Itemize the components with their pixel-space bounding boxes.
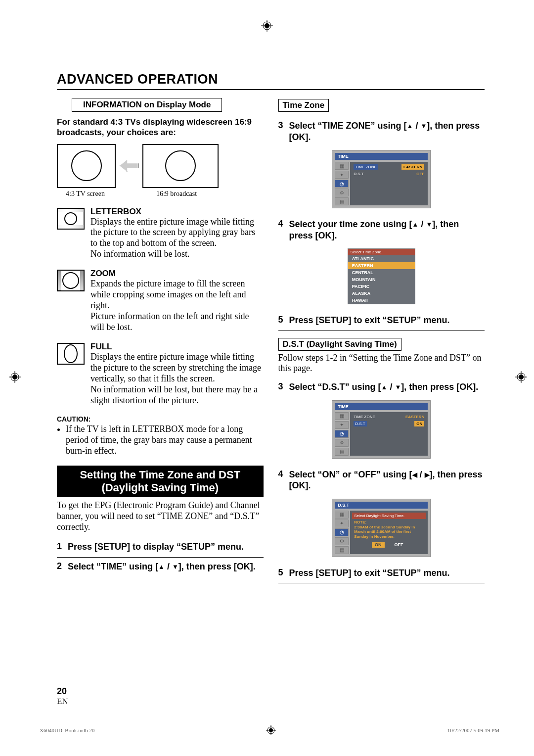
full-body: Displays the entire picture image while … <box>90 352 264 406</box>
arrow-left-icon <box>120 160 138 172</box>
triangle-down-icon: ▼ <box>426 221 432 228</box>
left-column: INFORMATION on Display Mode For standard… <box>57 98 264 583</box>
osd-title: TIME <box>335 153 428 160</box>
dst-heading: D.S.T (Daylight Saving Time) <box>278 338 401 351</box>
page-content: ADVANCED OPERATION INFORMATION on Displa… <box>0 0 534 613</box>
caution-label: CAUTION: <box>57 415 264 423</box>
dst-header: Select Daylight Saving Time. <box>352 513 426 519</box>
step-number: 1 <box>57 541 62 553</box>
letterbox-icon <box>57 208 85 230</box>
full-title: FULL <box>90 342 264 352</box>
osd-dst-select-screenshot: TIME ▦ ✦ ◔ ⚙ ▤ TIME ZONEEASTERN D.S.TON <box>332 400 431 459</box>
banner-body: To get the EPG (Electronic Program Guide… <box>57 500 264 533</box>
step-number: 3 <box>278 381 283 393</box>
caption-169: 16:9 broadcast <box>139 190 214 198</box>
osd-tz-list: Select Time Zone. ATLANTIC EASTERN CENTR… <box>348 248 415 304</box>
triangle-down-icon: ▼ <box>420 122 427 130</box>
registration-mark-icon <box>261 20 273 34</box>
print-footer: X6040UD_Book.indb 20 10/22/2007 5:09:19 … <box>40 725 499 735</box>
triangle-up-icon: ▲ <box>412 221 419 228</box>
triangle-up-icon: ▲ <box>381 383 388 391</box>
tv-43-icon <box>57 144 116 188</box>
step-number: 5 <box>278 567 283 579</box>
zoom-title: ZOOM <box>90 269 264 279</box>
info-heading: INFORMATION on Display Mode <box>72 98 222 112</box>
triangle-right-icon: ▶ <box>425 471 430 478</box>
osd-title: D.S.T <box>335 502 428 509</box>
tz-item-selected: EASTERN <box>348 262 415 269</box>
registration-mark-icon <box>515 371 527 385</box>
step-text: Select “TIME ZONE” using [▲ / ▼], then p… <box>289 120 485 142</box>
tv-169-icon <box>142 144 219 188</box>
page-number: 20 <box>57 686 68 697</box>
triangle-up-icon: ▲ <box>407 122 413 130</box>
tz-item: ALASKA <box>348 290 415 297</box>
intro-text: For standard 4:3 TVs displaying widescre… <box>57 117 264 138</box>
step-number: 4 <box>278 469 283 491</box>
zoom-body: Expands the picture image to fill the sc… <box>90 279 264 333</box>
page-language: EN <box>57 697 68 707</box>
step-number: 2 <box>57 561 62 572</box>
print-file: X6040UD_Book.indb 20 <box>40 727 94 733</box>
tz-item: ATLANTIC <box>348 255 415 262</box>
dst-step-4: 4 Select “ON” or “OFF” using [◀ / ▶], th… <box>278 466 485 496</box>
step-number: 5 <box>278 315 283 326</box>
mode-zoom: ZOOM Expands the picture image to fill t… <box>57 269 264 333</box>
caution-item: If the TV is left in LETTERBOX mode for … <box>66 424 264 457</box>
registration-mark-icon <box>266 725 276 735</box>
letterbox-title: LETTERBOX <box>90 207 264 217</box>
dst-step-5: 5 Press [SETUP] to exit “SETUP” menu. <box>278 564 485 584</box>
step-2: 2 Select “TIME” using [▲ / ▼], then pres… <box>57 558 264 577</box>
step-text: Select your time zone using [▲ / ▼], the… <box>289 219 485 241</box>
triangle-down-icon: ▼ <box>172 563 178 570</box>
dst-option-off: OFF <box>392 542 406 548</box>
triangle-down-icon: ▼ <box>395 383 401 391</box>
full-icon <box>57 343 85 365</box>
step-number: 4 <box>278 219 283 241</box>
tz-step-3: 3 Select “TIME ZONE” using [▲ / ▼], then… <box>278 117 485 147</box>
tz-item: PACIFIC <box>348 283 415 290</box>
step-1: 1 Press [SETUP] to display “SETUP” menu. <box>57 538 264 558</box>
aspect-diagram <box>57 144 264 188</box>
step-text: Press [SETUP] to exit “SETUP” menu. <box>289 315 450 326</box>
diagram-captions: 4:3 TV screen 16:9 broadcast <box>57 190 264 198</box>
timezone-heading: Time Zone <box>278 99 329 112</box>
triangle-left-icon: ◀ <box>412 471 417 478</box>
tz-item: CENTRAL <box>348 269 415 276</box>
osd-dst-onoff-screenshot: D.S.T ▦ ✦ ◔ ⚙ ▤ Select Daylight Saving T… <box>332 499 431 557</box>
registration-mark-icon <box>9 371 21 385</box>
letterbox-body: Displays the entire picture image while … <box>90 217 264 260</box>
dst-step-3: 3 Select “D.S.T” using [▲ / ▼], then pre… <box>278 378 485 397</box>
print-timestamp: 10/22/2007 5:09:19 PM <box>447 727 499 733</box>
step-number: 3 <box>278 120 283 142</box>
step-text: Select “D.S.T” using [▲ / ▼], then press… <box>289 381 479 393</box>
mode-letterbox: LETTERBOX Displays the entire picture im… <box>57 207 264 260</box>
osd-title: TIME <box>335 403 428 410</box>
right-column: Time Zone 3 Select “TIME ZONE” using [▲ … <box>278 98 485 583</box>
osd-time-screenshot: TIME ▦ ✦ ◔ ⚙ ▤ TIME ZONEEASTERN D.S.TOFF <box>332 150 431 208</box>
step-text: Press [SETUP] to exit “SETUP” menu. <box>289 567 450 579</box>
tz-item: MOUNTAIN <box>348 276 415 283</box>
step-text: Press [SETUP] to display “SETUP” menu. <box>68 541 244 553</box>
osd-tz-header: Select Time Zone. <box>348 249 415 255</box>
page-footer: 20 EN <box>57 686 68 707</box>
step-text: Select “TIME” using [▲ / ▼], then press … <box>68 561 256 572</box>
dst-intro: Follow steps 1-2 in “Setting the Time Zo… <box>278 353 485 375</box>
step-text: Select “ON” or “OFF” using [◀ / ▶], then… <box>289 469 485 491</box>
caution-list: If the TV is left in LETTERBOX mode for … <box>57 424 264 457</box>
tz-step-4: 4 Select your time zone using [▲ / ▼], t… <box>278 215 485 245</box>
page-title: ADVANCED OPERATION <box>57 72 485 90</box>
tz-item: HAWAII <box>348 297 415 304</box>
section-banner: Setting the Time Zone and DST (Daylight … <box>57 466 264 498</box>
caption-43: 4:3 TV screen <box>57 190 114 198</box>
dst-option-on: ON <box>372 542 385 548</box>
zoom-icon <box>57 270 85 291</box>
triangle-up-icon: ▲ <box>158 563 165 570</box>
mode-full: FULL Displays the entire picture image w… <box>57 342 264 406</box>
tz-step-5: 5 Press [SETUP] to exit “SETUP” menu. <box>278 311 485 331</box>
